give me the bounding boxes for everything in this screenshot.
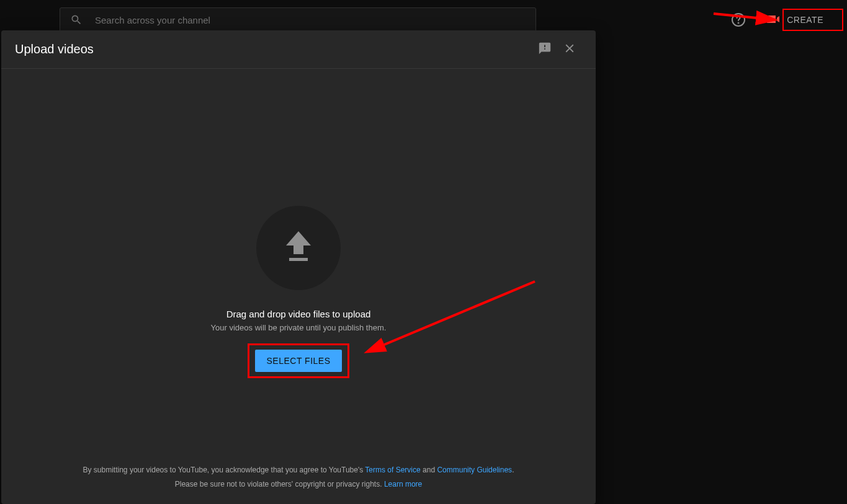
community-link[interactable]: Community Guidelines xyxy=(437,466,512,474)
dialog-header: Upload videos xyxy=(1,30,596,69)
search-input[interactable] xyxy=(95,15,526,25)
learn-more-link[interactable]: Learn more xyxy=(384,480,422,489)
help-icon[interactable] xyxy=(731,12,746,27)
select-files-wrapper: SELECT FILES xyxy=(255,350,341,372)
search-container[interactable] xyxy=(60,7,536,32)
upload-dialog: Upload videos Drag and drop video files … xyxy=(1,30,596,504)
select-files-button[interactable]: SELECT FILES xyxy=(255,350,341,372)
footer-period: . xyxy=(512,466,514,474)
footer-line2-text: Please be sure not to violate others' co… xyxy=(175,480,384,489)
upload-drop-zone[interactable] xyxy=(256,206,341,290)
camera-plus-icon xyxy=(766,14,781,27)
topbar-right: CREATE xyxy=(731,9,832,31)
close-button[interactable] xyxy=(557,37,582,62)
create-button[interactable]: CREATE xyxy=(757,9,832,31)
footer-line-1: By submitting your videos to YouTube, yo… xyxy=(16,463,581,477)
search-icon xyxy=(70,14,83,26)
terms-link[interactable]: Terms of Service xyxy=(365,466,420,474)
dialog-footer: By submitting your videos to YouTube, yo… xyxy=(1,456,596,504)
feedback-button[interactable] xyxy=(532,37,557,62)
close-icon xyxy=(563,42,576,58)
footer-prefix: By submitting your videos to YouTube, yo… xyxy=(83,466,365,474)
svg-rect-3 xyxy=(289,258,308,261)
dialog-body: Drag and drop video files to upload Your… xyxy=(1,69,596,456)
footer-line-2: Please be sure not to violate others' co… xyxy=(16,477,581,492)
drag-subtitle: Your videos will be private until you pu… xyxy=(211,323,387,332)
create-button-label: CREATE xyxy=(787,15,823,25)
svg-point-1 xyxy=(738,23,739,24)
footer-and: and xyxy=(421,466,437,474)
feedback-icon xyxy=(538,42,552,58)
upload-arrow-icon xyxy=(283,228,314,268)
dialog-title: Upload videos xyxy=(15,42,532,56)
drag-title: Drag and drop video files to upload xyxy=(226,309,371,319)
